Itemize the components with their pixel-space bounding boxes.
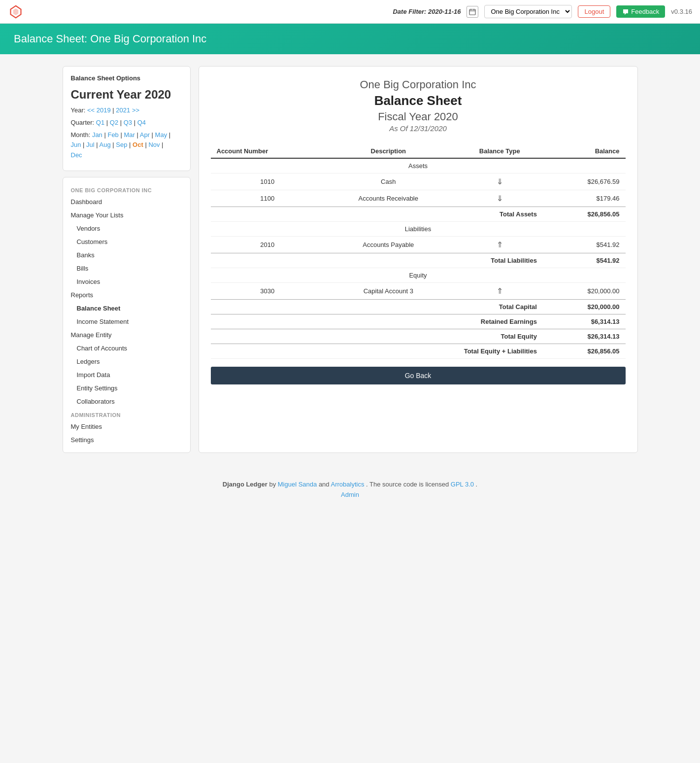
liab-2010-account: 2010	[211, 237, 325, 253]
sidebar-item-my-entities[interactable]: My Entities	[63, 420, 190, 433]
footer-by: by	[269, 481, 277, 488]
asset-1100-account: 1100	[211, 190, 325, 207]
table-row: 2010 Accounts Payable ⇑ $541.92	[211, 237, 626, 253]
retained-earnings-label: Retained Earnings	[211, 314, 547, 329]
total-equity-liabilities-label: Total Equity + Liabilities	[211, 344, 547, 359]
quarter-filter-row: Quarter: Q1 | Q2 | Q3 | Q4	[71, 118, 182, 128]
equity-3030-balance: $20,000.00	[547, 283, 626, 300]
sidebar-item-settings[interactable]: Settings	[63, 433, 190, 447]
total-assets-row: Total Assets $26,856.05	[211, 207, 626, 222]
sidebar-item-vendors[interactable]: Vendors	[63, 222, 190, 235]
month-may[interactable]: May	[155, 131, 167, 139]
equity-3030-account: 3030	[211, 283, 325, 300]
sidebar-item-import-data[interactable]: Import Data	[63, 368, 190, 382]
sidebar-item-banks[interactable]: Banks	[63, 248, 190, 262]
total-equity-label: Total Equity	[211, 329, 547, 344]
month-sep[interactable]: Sep	[116, 141, 127, 148]
year-label: Year:	[71, 106, 86, 114]
sidebar-item-collaborators[interactable]: Collaborators	[63, 395, 190, 408]
total-assets-label: Total Assets	[211, 207, 547, 222]
footer-author1-link[interactable]: Miguel Sanda	[278, 481, 317, 488]
calendar-icon[interactable]	[467, 6, 478, 18]
report-title: Balance Sheet	[211, 93, 626, 108]
current-year-heading: Current Year 2020	[71, 88, 182, 102]
next-year-link[interactable]: 2021 >>	[116, 106, 139, 114]
sidebar-item-balance-sheet[interactable]: Balance Sheet	[63, 302, 190, 315]
footer: Django Ledger by Miguel Sanda and Arroba…	[0, 465, 700, 514]
go-back-button[interactable]: Go Back	[211, 367, 626, 384]
main-content: One Big Corporation Inc Balance Sheet Fi…	[199, 66, 638, 453]
logout-button[interactable]: Logout	[578, 5, 610, 18]
entity-section-label: ONE BIG CORPORATION INC	[63, 183, 190, 195]
month-label: Month:	[71, 131, 91, 139]
footer-author2-link[interactable]: Arrobalytics	[331, 481, 364, 488]
total-capital-row: Total Capital $20,000.00	[211, 300, 626, 314]
total-capital-amount: $20,000.00	[547, 300, 626, 314]
page-title: Balance Sheet: One Big Corporation Inc	[14, 33, 206, 45]
sidebar-item-manage-entity[interactable]: Manage Entity	[63, 328, 190, 342]
col-balance-type: Balance Type	[453, 144, 547, 158]
footer-and: and	[319, 481, 331, 488]
col-account-number: Account Number	[211, 144, 325, 158]
liab-2010-type: ⇑	[453, 237, 547, 253]
asset-1010-desc: Cash	[324, 173, 452, 190]
quarter-q4[interactable]: Q4	[137, 119, 146, 126]
sidebar-item-reports[interactable]: Reports	[63, 288, 190, 302]
month-dec[interactable]: Dec	[71, 151, 82, 159]
asset-1100-balance: $179.46	[547, 190, 626, 207]
sidebar-item-manage-lists[interactable]: Manage Your Lists	[63, 208, 190, 222]
company-select[interactable]: One Big Corporation Inc	[484, 5, 572, 18]
retained-earnings-amount: $6,314.13	[547, 314, 626, 329]
total-liabilities-amount: $541.92	[547, 253, 626, 268]
equity-heading: Equity	[211, 268, 626, 283]
month-apr[interactable]: Apr	[140, 131, 150, 139]
feedback-button[interactable]: Feedback	[616, 5, 665, 18]
footer-text-after: . The source code is licensed	[366, 481, 451, 488]
asset-1010-balance: $26,676.59	[547, 173, 626, 190]
total-liabilities-label: Total Liabilities	[211, 253, 547, 268]
sidebar-item-bills[interactable]: Bills	[63, 262, 190, 275]
liab-2010-desc: Accounts Payable	[324, 237, 452, 253]
asset-1010-type: ⇓	[453, 173, 547, 190]
month-mar[interactable]: Mar	[124, 131, 134, 139]
quarter-q2[interactable]: Q2	[110, 119, 118, 126]
equity-3030-desc: Capital Account 3	[324, 283, 452, 300]
quarter-q1[interactable]: Q1	[96, 119, 104, 126]
table-row: 1100 Accounts Receivable ⇓ $179.46	[211, 190, 626, 207]
footer-license-link[interactable]: GPL 3.0	[451, 481, 474, 488]
liabilities-heading-row: Liabilities	[211, 222, 626, 237]
top-header: Date Filter: 2020-11-16 One Big Corporat…	[0, 0, 700, 24]
col-balance: Balance	[547, 144, 626, 158]
report-period: Fiscal Year 2020	[211, 110, 626, 123]
sidebar-item-ledgers[interactable]: Ledgers	[63, 355, 190, 368]
app-logo	[8, 4, 24, 20]
month-aug[interactable]: Aug	[100, 141, 111, 148]
quarter-q3[interactable]: Q3	[124, 119, 132, 126]
sidebar-item-chart-accounts[interactable]: Chart of Accounts	[63, 342, 190, 355]
month-jul[interactable]: Jul	[86, 141, 95, 148]
sidebar-nav: ONE BIG CORPORATION INC Dashboard Manage…	[63, 177, 191, 453]
sidebar-item-dashboard[interactable]: Dashboard	[63, 195, 190, 208]
footer-text: Django Ledger by Miguel Sanda and Arroba…	[8, 481, 692, 488]
total-equity-liabilities-amount: $26,856.05	[547, 344, 626, 359]
sidebar-item-income-statement[interactable]: Income Statement	[63, 315, 190, 328]
asset-1100-desc: Accounts Receivable	[324, 190, 452, 207]
month-oct[interactable]: Oct	[133, 141, 143, 148]
prev-year-link[interactable]: << 2019	[87, 106, 111, 114]
asset-1100-type: ⇓	[453, 190, 547, 207]
footer-period: .	[476, 481, 478, 488]
sidebar-item-customers[interactable]: Customers	[63, 235, 190, 248]
assets-heading: Assets	[211, 158, 626, 173]
sidebar-item-invoices[interactable]: Invoices	[63, 275, 190, 288]
month-nov[interactable]: Nov	[148, 141, 160, 148]
month-feb[interactable]: Feb	[107, 131, 118, 139]
page-title-bar: Balance Sheet: One Big Corporation Inc	[0, 24, 700, 54]
total-liabilities-row: Total Liabilities $541.92	[211, 253, 626, 268]
footer-admin-link[interactable]: Admin	[8, 491, 692, 498]
table-row: 1010 Cash ⇓ $26,676.59	[211, 173, 626, 190]
sidebar-item-entity-settings[interactable]: Entity Settings	[63, 382, 190, 395]
month-jan[interactable]: Jan	[92, 131, 102, 139]
svg-rect-2	[469, 9, 475, 15]
footer-app-name: Django Ledger	[223, 481, 267, 488]
month-jun[interactable]: Jun	[71, 141, 81, 148]
